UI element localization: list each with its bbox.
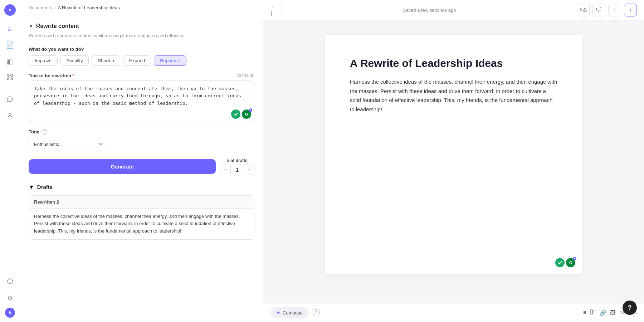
help-fab[interactable]: ? — [623, 301, 637, 315]
tone-label-row: Tone ? — [29, 129, 254, 135]
char-count: 204/6000 — [236, 73, 254, 78]
sidebar-item-document[interactable]: 📄 — [3, 38, 17, 52]
chat-icon — [7, 96, 13, 104]
tabs-row: Improve Simplify Shorten Expand Rephrase — [29, 55, 254, 66]
svg-point-3 — [11, 78, 13, 80]
image-icon[interactable]: 🖼 — [610, 309, 616, 316]
save-status: Saved a few seconds ago — [403, 8, 456, 13]
avatar[interactable]: A — [5, 308, 15, 318]
document-icon: 📄 — [6, 41, 14, 49]
svg-point-0 — [7, 74, 9, 76]
svg-point-9 — [8, 279, 13, 284]
counter-increment[interactable]: + — [244, 165, 254, 175]
tab-simplify[interactable]: Simplify — [60, 55, 89, 66]
breadcrumb: Documents / A Rewrite of Leadership Idea… — [20, 0, 263, 14]
doc-grammarly-tool[interactable]: G ✦ — [566, 258, 575, 267]
shield-icon: 🛡 — [596, 7, 602, 13]
sidebar-item-user[interactable] — [3, 109, 17, 123]
collapse-chevron[interactable]: ▼ — [29, 24, 33, 29]
document-title: A Rewrite of Leadership Ideas — [350, 56, 557, 70]
bottom-bar: ✦ Compose ? ≡ 🔗 🖼 43 words — [263, 303, 644, 322]
what-label: What do you want to do? — [29, 47, 254, 52]
sidebar-item-layers[interactable]: ◧ — [3, 54, 17, 69]
breadcrumb-current: A Rewrite of Leadership Ideas — [58, 5, 119, 10]
document-area: A Rewrite of Leadership Ideas Harness th… — [263, 20, 644, 303]
tone-info-icon[interactable]: ? — [42, 129, 47, 135]
section-title: Rewrite content — [36, 23, 79, 29]
settings-icon: ⚙ — [7, 294, 13, 302]
right-panel: ← | Saved a few seconds ago Aあ 🛡 ↑ + A R… — [263, 0, 644, 322]
drafts-title: Drafts — [37, 184, 53, 190]
layers-icon: ◧ — [7, 58, 13, 65]
shield-button[interactable]: 🛡 — [592, 4, 605, 16]
tab-expand[interactable]: Expand — [123, 55, 151, 66]
tone-select[interactable]: Enthusiastic Formal Casual Friendly Prof… — [29, 138, 107, 151]
rewrite-textarea[interactable] — [29, 81, 254, 120]
counter-decrement[interactable]: − — [220, 165, 231, 175]
top-bar: ← | Saved a few seconds ago Aあ 🛡 ↑ + — [263, 0, 644, 20]
sidebar-item-chat[interactable] — [3, 93, 17, 107]
generate-button[interactable]: Generate — [29, 159, 216, 174]
back-button[interactable]: ← | — [270, 4, 282, 16]
integrations-icon — [7, 74, 13, 82]
link-icon[interactable]: 🔗 — [599, 309, 606, 316]
svg-rect-10 — [590, 310, 592, 314]
sidebar-item-settings[interactable]: ⚙ — [3, 291, 17, 306]
document-body[interactable]: Harness the collective ideas of the mass… — [350, 77, 557, 114]
home-icon: ⌂ — [8, 25, 12, 33]
app-logo[interactable] — [4, 4, 16, 16]
draft-card: Rewritten 2 Harness the collective ideas… — [29, 195, 254, 240]
sidebar-divider — [5, 89, 15, 89]
list-icon[interactable]: ≡ — [583, 309, 586, 316]
add-button[interactable]: + — [624, 4, 637, 16]
grammarly-icon[interactable]: G ✦ — [242, 109, 251, 119]
counter-value: 1 — [234, 167, 241, 173]
compose-label: Compose — [283, 310, 303, 316]
translate-button[interactable]: Aあ — [577, 4, 590, 16]
sidebar-item-circle[interactable] — [3, 275, 17, 289]
svg-point-2 — [7, 78, 9, 80]
textarea-tools: G ✦ — [231, 109, 251, 119]
breadcrumb-separator: / — [54, 5, 56, 10]
draft-card-title: Rewritten 2 — [29, 196, 254, 209]
tone-label: Tone — [29, 129, 39, 135]
breadcrumb-parent[interactable]: Documents — [29, 5, 52, 10]
draft-card-body: Harness the collective ideas of the mass… — [29, 209, 254, 239]
doc-green-tool[interactable] — [555, 258, 565, 267]
add-icon: + — [629, 7, 632, 13]
svg-point-1 — [11, 74, 13, 76]
grammarly-badge: ✦ — [249, 108, 252, 112]
translate-icon: Aあ — [579, 7, 587, 13]
tab-improve[interactable]: Improve — [29, 55, 58, 66]
drafts-header: ▼ Drafts — [29, 184, 254, 190]
share-button[interactable]: ↑ — [608, 4, 621, 16]
compose-info-icon[interactable]: ? — [313, 309, 320, 316]
compose-icon: ✦ — [276, 310, 280, 316]
doc-grammarly-badge: ✦ — [573, 257, 576, 260]
drafts-chevron[interactable]: ▼ — [29, 184, 34, 190]
list2-icon[interactable] — [590, 309, 596, 316]
counter-row: − 1 + — [220, 165, 254, 175]
sidebar: ⌂ 📄 ◧ — [0, 0, 20, 322]
top-bar-right: Aあ 🛡 ↑ + — [577, 4, 637, 16]
text-label: Text to be rewritten * — [29, 73, 74, 78]
section-header: ▼ Rewrite content — [29, 23, 254, 29]
top-bar-left: ← | — [270, 4, 282, 16]
sidebar-item-home[interactable]: ⌂ — [3, 21, 17, 36]
sidebar-bottom: ⚙ A — [3, 275, 17, 318]
svg-point-8 — [9, 113, 11, 116]
panel-content: ▼ Rewrite content Refresh and repurpose … — [20, 14, 263, 322]
left-panel: Documents / A Rewrite of Leadership Idea… — [20, 0, 263, 322]
share-icon: ↑ — [613, 7, 616, 13]
doc-tools-float: G ✦ — [555, 258, 575, 267]
text-area-wrapper: G ✦ — [29, 80, 254, 122]
section-desc: Refresh and repurpose content while maki… — [29, 32, 254, 39]
tab-shorten[interactable]: Shorten — [92, 55, 120, 66]
textarea-label-row: Text to be rewritten * 204/6000 — [29, 73, 254, 78]
sidebar-item-integrations[interactable] — [3, 71, 17, 85]
tab-rephrase[interactable]: Rephrase — [154, 55, 186, 66]
compose-button[interactable]: ✦ Compose — [270, 307, 308, 318]
drafts-count-section: # of drafts − 1 + — [220, 158, 254, 175]
green-tool-icon[interactable] — [231, 109, 240, 119]
circle-icon — [7, 278, 13, 286]
